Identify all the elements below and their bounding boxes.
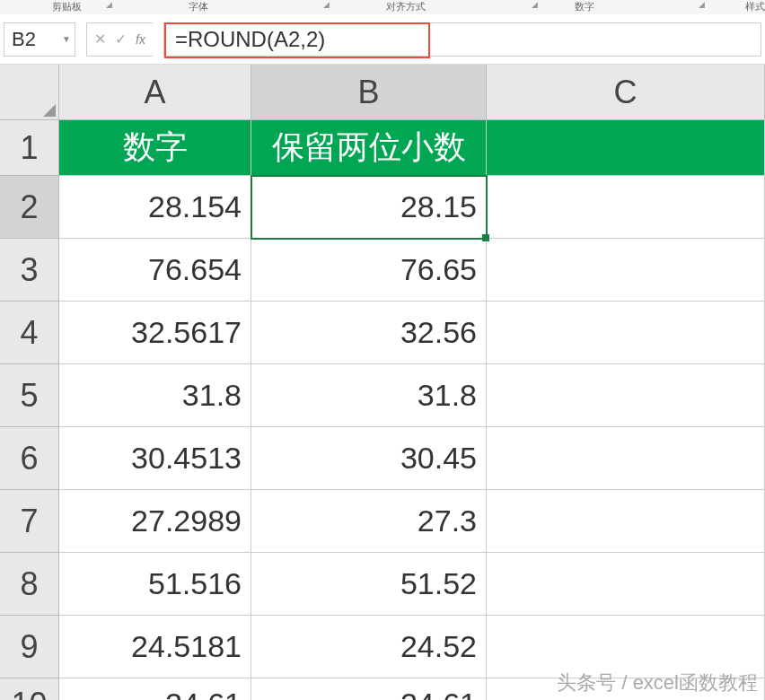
ribbon-label-number: 数字: [575, 0, 594, 13]
watermark-text: 头条号 / excel函数教程: [557, 669, 758, 696]
cell-a6[interactable]: 30.4513: [59, 427, 251, 490]
ribbon-expand-icon[interactable]: ◢: [106, 0, 112, 9]
cell-c1[interactable]: [487, 120, 765, 176]
cell-b10[interactable]: 24.61: [251, 678, 487, 700]
row-header-4[interactable]: 4: [0, 302, 59, 364]
cell-b5[interactable]: 31.8: [251, 364, 487, 427]
ribbon-expand-icon[interactable]: ◢: [323, 0, 330, 9]
row-headers: 1 2 3 4 5 6 7 8 9 10: [0, 120, 59, 700]
row-header-6[interactable]: 6: [0, 427, 59, 490]
row-header-1[interactable]: 1: [0, 120, 59, 176]
cell-a2[interactable]: 28.154: [59, 176, 251, 239]
cell-a5[interactable]: 31.8: [59, 364, 251, 427]
row-header-8[interactable]: 8: [0, 553, 59, 616]
fx-icon[interactable]: fx: [136, 32, 145, 47]
cell-c3[interactable]: [487, 239, 765, 302]
cell-a9[interactable]: 24.5181: [59, 616, 251, 678]
cells-area: 数字 保留两位小数 28.154 28.15 76.654 76.65 32.5…: [59, 120, 765, 700]
formula-input-container: [163, 22, 761, 57]
cell-b7[interactable]: 27.3: [251, 490, 487, 553]
cell-b3[interactable]: 76.65: [251, 239, 487, 302]
cell-c7[interactable]: [487, 490, 765, 553]
ribbon-expand-icon[interactable]: ◢: [532, 0, 538, 9]
table-row: 30.4513 30.45: [59, 427, 765, 490]
cell-c2[interactable]: [487, 176, 765, 239]
ribbon-section-labels: 剪贴板 ◢ 字体 ◢ 对齐方式 ◢ 数字 ◢ 样式: [0, 0, 765, 14]
select-all-corner[interactable]: [0, 65, 59, 120]
table-row: 51.516 51.52: [59, 553, 765, 616]
cell-a8[interactable]: 51.516: [59, 553, 251, 616]
cell-b1[interactable]: 保留两位小数: [251, 120, 487, 176]
cell-b6[interactable]: 30.45: [251, 427, 487, 490]
table-row: 27.2989 27.3: [59, 490, 765, 553]
cell-c5[interactable]: [487, 364, 765, 427]
ribbon-label-style: 样式: [745, 0, 765, 13]
cell-c6[interactable]: [487, 427, 765, 490]
table-row: 数字 保留两位小数: [59, 120, 765, 176]
table-row: 31.8 31.8: [59, 364, 765, 427]
ribbon-label-alignment: 对齐方式: [386, 0, 426, 13]
row-header-5[interactable]: 5: [0, 364, 59, 427]
row-header-7[interactable]: 7: [0, 490, 59, 553]
column-header-a[interactable]: A: [59, 65, 251, 120]
cell-b9[interactable]: 24.52: [251, 616, 487, 678]
name-box-value: B2: [12, 28, 36, 51]
ribbon-expand-icon[interactable]: ◢: [699, 0, 705, 9]
formula-bar-controls: ✕ ✓ fx: [86, 22, 153, 57]
cell-a1[interactable]: 数字: [59, 120, 251, 176]
ribbon-label-font: 字体: [189, 0, 208, 13]
formula-input[interactable]: [168, 27, 757, 52]
corner-triangle-icon: [43, 104, 56, 117]
cell-a4[interactable]: 32.5617: [59, 302, 251, 364]
cell-b4[interactable]: 32.56: [251, 302, 487, 364]
table-row: 28.154 28.15: [59, 176, 765, 239]
column-header-b[interactable]: B: [251, 65, 487, 120]
cell-b2[interactable]: 28.15: [251, 176, 487, 239]
cancel-icon[interactable]: ✕: [94, 31, 106, 48]
cell-a7[interactable]: 27.2989: [59, 490, 251, 553]
chevron-down-icon[interactable]: ▼: [62, 34, 71, 44]
name-box[interactable]: B2 ▼: [4, 22, 75, 57]
ribbon-label-clipboard: 剪贴板: [52, 0, 82, 13]
column-headers: A B C: [59, 65, 765, 120]
table-row: 76.654 76.65: [59, 239, 765, 302]
row-header-2[interactable]: 2: [0, 176, 59, 239]
cell-c8[interactable]: [487, 553, 765, 616]
table-row: 32.5617 32.56: [59, 302, 765, 364]
row-header-9[interactable]: 9: [0, 616, 59, 678]
cell-a3[interactable]: 76.654: [59, 239, 251, 302]
row-header-10[interactable]: 10: [0, 678, 59, 700]
row-header-3[interactable]: 3: [0, 239, 59, 302]
cell-b8[interactable]: 51.52: [251, 553, 487, 616]
cell-c4[interactable]: [487, 302, 765, 364]
formula-bar: B2 ▼ ✕ ✓ fx: [0, 14, 765, 65]
column-header-c[interactable]: C: [487, 65, 765, 120]
enter-icon[interactable]: ✓: [115, 31, 127, 48]
cell-a10[interactable]: 24.61: [59, 678, 251, 700]
